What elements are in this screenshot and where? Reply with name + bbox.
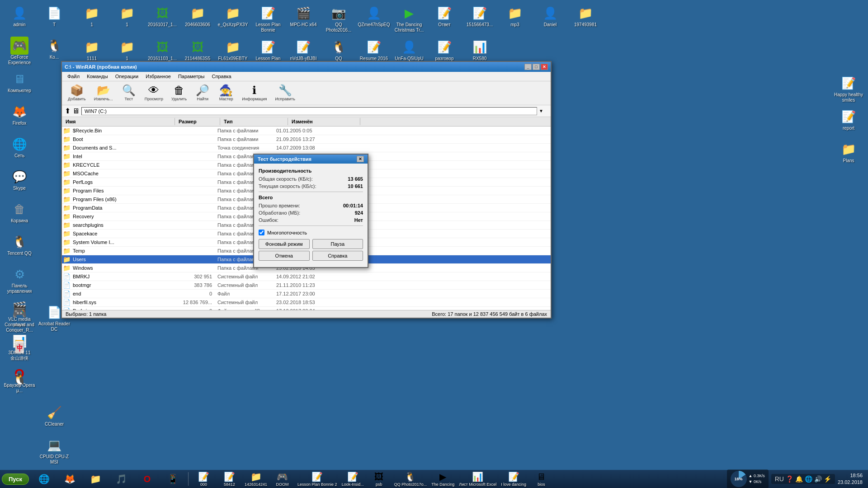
desktop-icon-set[interactable]: 🌐 Сеть	[2, 133, 37, 165]
di-f3[interactable]: 🖼20161017_1...	[145, 2, 179, 35]
toolbar-add[interactable]: 📦 Добавить	[65, 83, 89, 103]
toolbar-extract[interactable]: 📂 Извлечь...	[91, 83, 116, 103]
table-row[interactable]: 📁 Boot Папка с файлами 21.09.2016 13:27	[62, 135, 551, 144]
di-f14[interactable]: 👤Daniel	[533, 2, 567, 35]
taskbar-ilovedancing[interactable]: 📝 I love dancing	[499, 471, 528, 487]
multithread-checkbox[interactable]	[259, 230, 264, 235]
menu-parameters[interactable]: Параметры	[175, 73, 208, 80]
address-input[interactable]: WIN7 (C:)	[81, 107, 537, 115]
taskbar-right: 16% ▲ 0.3К/s ▼ 0К/s RU ❓ 🔔 🌐 🔊 ⚡ 18:56 2…	[723, 469, 866, 488]
col-name[interactable]: Имя	[62, 118, 175, 125]
minimize-button[interactable]: _	[524, 64, 532, 70]
di-f11[interactable]: 📝Ответ	[427, 2, 462, 35]
menu-operations[interactable]: Операции	[112, 73, 142, 80]
di-f2[interactable]: 📁1	[110, 2, 144, 35]
di-happy[interactable]: 📝 Happy healthy smiles	[831, 72, 866, 105]
help-button[interactable]: Справка	[312, 251, 363, 261]
background-mode-button[interactable]: Фоновый режим	[259, 239, 310, 249]
toolbar-wizard[interactable]: 🧙 Мастер	[215, 83, 237, 103]
file-type: Точка соединения	[216, 145, 274, 150]
desktop-icon-admin[interactable]: 👤 admin	[2, 2, 37, 34]
desktop-icon-ccleaner[interactable]: 🧹 CCleaner	[37, 402, 71, 433]
di-f13[interactable]: 📁mp3	[498, 2, 532, 35]
di-f7[interactable]: 🎬MPC-HC x64	[286, 2, 321, 35]
taskbar-files[interactable]: 📁	[83, 471, 108, 487]
desktop-icon-tencent[interactable]: 🐧 Tencent QQ	[2, 231, 37, 263]
taskbar-dancing[interactable]: ▶ The Dancing	[429, 471, 456, 487]
desktop-icon-geforce[interactable]: 🎮 GeForce Experience	[2, 35, 37, 67]
start-button[interactable]: Пуск	[2, 474, 29, 485]
desktop-icon-korzina[interactable]: 🗑 Корзина	[2, 198, 37, 230]
col-date[interactable]: Изменён	[288, 118, 360, 125]
file-name: Program Files	[71, 188, 175, 194]
table-row[interactable]: 📄 BMRKJ 302 951 Системный файл 14.09.201…	[62, 272, 551, 281]
close-button[interactable]: ✕	[541, 64, 548, 70]
dialog-close-button[interactable]: ✕	[357, 156, 364, 162]
di-f10[interactable]: ▶The Dancing Christmas Tr...	[392, 2, 426, 35]
desktop-icon-cpuz[interactable]: 💻 CPUID CPU-Z MSI	[37, 434, 71, 467]
toolbar-info[interactable]: ℹ Информация	[239, 83, 270, 103]
address-dropdown[interactable]: ▼	[539, 108, 548, 113]
di-mu[interactable]: 🐧 μ...	[2, 368, 37, 400]
taskbar-58412[interactable]: 📝 58412	[217, 471, 242, 487]
col-type[interactable]: Тип	[220, 118, 288, 125]
table-row[interactable]: 📄 hiberfil.sys 12 836 769... Системный ф…	[62, 298, 551, 307]
table-row[interactable]: 📁 $Recycle.Bin Папка с файлами 01.01.200…	[62, 127, 551, 135]
desktop-icon-panel[interactable]: ⚙ Панель управления	[2, 263, 37, 296]
taskbar-ie[interactable]: 🌐	[32, 471, 57, 487]
toolbar-delete[interactable]: 🗑 Удалить	[168, 83, 190, 103]
perf-title: Производительность	[259, 168, 363, 174]
table-row[interactable]: 📄 bootmgr 383 786 Системный файл 21.11.2…	[62, 281, 551, 290]
cancel-button[interactable]: Отмена	[259, 251, 310, 261]
col-size[interactable]: Размер	[175, 118, 220, 125]
clock: 18:56 23.02.2018	[838, 472, 863, 486]
di-jinjian[interactable]: 🀄 金山游侠	[2, 336, 37, 367]
file-date: 21.11.2010 11:23	[274, 282, 338, 288]
table-row[interactable]: 📁 Documents and S... Точка соединения 14…	[62, 144, 551, 152]
di-conquer[interactable]: 🎮 Command and Conquer_R...	[2, 302, 37, 335]
di-report[interactable]: 📝 report	[831, 106, 866, 137]
di-f1[interactable]: 📁1	[75, 2, 109, 35]
file-size: 383 786	[175, 282, 216, 288]
table-row[interactable]: 📄 Prefs.js 0 Файл сценария JSc... 17.12.…	[62, 307, 551, 310]
toolbar-repair[interactable]: 🔧 Исправить	[272, 83, 298, 103]
di-f4[interactable]: 📁2046603606	[180, 2, 215, 35]
taskbar-lesson2[interactable]: 📝 Lesson Plan Bonnie 2	[296, 471, 339, 487]
menu-commands[interactable]: Команды	[83, 73, 112, 80]
tray-icon-6: ⚡	[824, 475, 831, 483]
table-row[interactable]: 📄 end 0 Файл 17.12.2017 23:00	[62, 290, 551, 298]
nav-up-button[interactable]: ⬆	[65, 107, 71, 115]
di-f15[interactable]: 📁197493981	[568, 2, 603, 35]
menu-help[interactable]: Справка	[208, 73, 235, 80]
di-f9[interactable]: 👤QZme47hSpEQ	[357, 2, 391, 35]
taskbar-psb[interactable]: 🖼 psb	[367, 471, 392, 487]
di-f5[interactable]: 📁e_QsXzpPX3Y	[216, 2, 250, 35]
taskbar-firefox[interactable]: 🦊	[57, 471, 82, 487]
taskbar-lookinsid[interactable]: 📝 Look-Insid...	[340, 471, 366, 487]
menu-file[interactable]: Файл	[64, 73, 83, 80]
di-f8[interactable]: 📷QQ Photo2016...	[321, 2, 356, 35]
desktop-icon-firefox[interactable]: 🦊 Firefox	[2, 101, 37, 132]
taskbar-app[interactable]: 📱	[160, 471, 185, 487]
pause-button[interactable]: Пауза	[312, 239, 363, 249]
di-f6[interactable]: 📝Lesson Plan Bonnie	[251, 2, 285, 35]
menu-favorites[interactable]: Избранное	[142, 73, 175, 80]
desktop-icon-skype[interactable]: 💬 Skype	[2, 166, 37, 197]
taskbar-doom[interactable]: 🎮 DOOM	[270, 471, 295, 487]
taskbar-1426314241[interactable]: 📁 1426314241	[243, 471, 269, 487]
taskbar-000[interactable]: 📝 000	[191, 471, 216, 487]
taskbar-media[interactable]: 🎵	[109, 471, 134, 487]
di-plans[interactable]: 📁 Plans	[831, 138, 866, 170]
taskbar-opera[interactable]: O	[135, 471, 160, 487]
desktop-icon-komputer[interactable]: 🖥 Компьютер	[2, 68, 37, 100]
maximize-button[interactable]: □	[533, 64, 540, 70]
taskbar-excel[interactable]: 📊 Лист Microsoft Excel	[457, 471, 498, 487]
taskbar-bios[interactable]: 🖥 bios	[529, 471, 554, 487]
file-date: 14.09.2012 21:02	[274, 274, 338, 279]
toolbar-find[interactable]: 🔎 Найти	[192, 83, 213, 103]
taskbar-qqphoto[interactable]: 🐧 QQ Photo2017o...	[392, 471, 429, 487]
desktop-icon-t[interactable]: 📄 T	[37, 2, 71, 34]
di-f12[interactable]: 📝151566473...	[462, 2, 497, 35]
toolbar-view[interactable]: 👁 Просмотр	[142, 83, 166, 103]
toolbar-test[interactable]: 🔍 Тест	[118, 83, 140, 103]
